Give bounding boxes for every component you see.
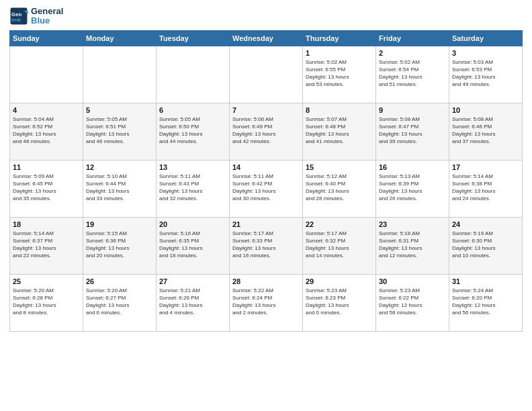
calendar-day-cell: 27Sunrise: 5:21 AM Sunset: 6:26 PM Dayli… bbox=[157, 274, 230, 331]
day-info: Sunrise: 5:11 AM Sunset: 6:42 PM Dayligh… bbox=[232, 173, 300, 203]
day-info: Sunrise: 5:03 AM Sunset: 6:53 PM Dayligh… bbox=[452, 58, 519, 89]
weekday-header-thursday: Thursday bbox=[303, 30, 376, 46]
day-info: Sunrise: 5:20 AM Sunset: 6:28 PM Dayligh… bbox=[13, 287, 80, 317]
day-info: Sunrise: 5:08 AM Sunset: 6:47 PM Dayligh… bbox=[379, 116, 446, 146]
calendar-day-cell: 18Sunrise: 5:14 AM Sunset: 6:37 PM Dayli… bbox=[10, 217, 83, 274]
calendar-day-cell: 1Sunrise: 5:02 AM Sunset: 6:55 PM Daylig… bbox=[303, 46, 376, 103]
day-info: Sunrise: 5:13 AM Sunset: 6:39 PM Dayligh… bbox=[379, 173, 446, 203]
calendar-day-cell: 6Sunrise: 5:05 AM Sunset: 6:50 PM Daylig… bbox=[157, 103, 230, 160]
day-number: 31 bbox=[452, 277, 519, 285]
calendar-day-cell: 21Sunrise: 5:17 AM Sunset: 6:33 PM Dayli… bbox=[230, 217, 303, 274]
calendar-day-cell: 5Sunrise: 5:05 AM Sunset: 6:51 PM Daylig… bbox=[83, 103, 157, 160]
day-info: Sunrise: 5:04 AM Sunset: 6:52 PM Dayligh… bbox=[13, 116, 80, 146]
day-number: 1 bbox=[306, 49, 373, 57]
day-number: 9 bbox=[379, 106, 446, 114]
day-number: 10 bbox=[452, 106, 519, 114]
day-info: Sunrise: 5:15 AM Sunset: 6:36 PM Dayligh… bbox=[86, 230, 153, 260]
weekday-header-friday: Friday bbox=[376, 30, 449, 46]
day-info: Sunrise: 5:02 AM Sunset: 6:54 PM Dayligh… bbox=[379, 58, 446, 89]
calendar-day-cell: 11Sunrise: 5:09 AM Sunset: 6:45 PM Dayli… bbox=[10, 160, 83, 217]
day-number: 17 bbox=[452, 163, 519, 171]
day-info: Sunrise: 5:17 AM Sunset: 6:33 PM Dayligh… bbox=[232, 230, 300, 260]
day-number: 6 bbox=[159, 106, 226, 114]
calendar-day-cell: 15Sunrise: 5:12 AM Sunset: 6:40 PM Dayli… bbox=[303, 160, 376, 217]
calendar-day-cell: 30Sunrise: 5:23 AM Sunset: 6:22 PM Dayli… bbox=[376, 274, 449, 331]
empty-day-cell bbox=[83, 46, 157, 103]
day-number: 3 bbox=[452, 49, 519, 57]
calendar-day-cell: 9Sunrise: 5:08 AM Sunset: 6:47 PM Daylig… bbox=[376, 103, 449, 160]
day-number: 5 bbox=[86, 106, 153, 114]
calendar-day-cell: 20Sunrise: 5:16 AM Sunset: 6:35 PM Dayli… bbox=[157, 217, 230, 274]
calendar-day-cell: 31Sunrise: 5:24 AM Sunset: 6:20 PM Dayli… bbox=[449, 274, 523, 331]
calendar-day-cell: 25Sunrise: 5:20 AM Sunset: 6:28 PM Dayli… bbox=[10, 274, 83, 331]
calendar-day-cell: 14Sunrise: 5:11 AM Sunset: 6:42 PM Dayli… bbox=[230, 160, 303, 217]
logo: Gen eral General Blue bbox=[9, 7, 63, 26]
calendar-table: SundayMondayTuesdayWednesdayThursdayFrid… bbox=[9, 30, 523, 332]
day-number: 14 bbox=[232, 163, 300, 171]
day-info: Sunrise: 5:14 AM Sunset: 6:37 PM Dayligh… bbox=[13, 230, 80, 260]
weekday-header-saturday: Saturday bbox=[449, 30, 523, 46]
day-number: 19 bbox=[86, 220, 153, 228]
calendar-header-row: SundayMondayTuesdayWednesdayThursdayFrid… bbox=[10, 30, 523, 46]
day-info: Sunrise: 5:05 AM Sunset: 6:50 PM Dayligh… bbox=[159, 116, 226, 146]
day-info: Sunrise: 5:22 AM Sunset: 6:24 PM Dayligh… bbox=[232, 287, 300, 317]
day-number: 20 bbox=[159, 220, 226, 228]
weekday-header-monday: Monday bbox=[83, 30, 157, 46]
day-info: Sunrise: 5:05 AM Sunset: 6:51 PM Dayligh… bbox=[86, 116, 153, 146]
calendar-day-cell: 7Sunrise: 5:06 AM Sunset: 6:49 PM Daylig… bbox=[230, 103, 303, 160]
day-number: 26 bbox=[86, 277, 153, 285]
day-info: Sunrise: 5:18 AM Sunset: 6:31 PM Dayligh… bbox=[379, 230, 446, 260]
svg-text:eral: eral bbox=[11, 17, 21, 23]
day-number: 23 bbox=[379, 220, 446, 228]
day-info: Sunrise: 5:23 AM Sunset: 6:23 PM Dayligh… bbox=[306, 287, 373, 317]
day-info: Sunrise: 5:11 AM Sunset: 6:43 PM Dayligh… bbox=[159, 173, 226, 203]
weekday-header-wednesday: Wednesday bbox=[230, 30, 303, 46]
calendar-day-cell: 29Sunrise: 5:23 AM Sunset: 6:23 PM Dayli… bbox=[303, 274, 376, 331]
day-number: 30 bbox=[379, 277, 446, 285]
calendar-day-cell: 17Sunrise: 5:14 AM Sunset: 6:38 PM Dayli… bbox=[449, 160, 523, 217]
day-info: Sunrise: 5:08 AM Sunset: 6:46 PM Dayligh… bbox=[452, 116, 519, 146]
calendar-day-cell: 28Sunrise: 5:22 AM Sunset: 6:24 PM Dayli… bbox=[230, 274, 303, 331]
day-number: 13 bbox=[159, 163, 226, 171]
calendar-day-cell: 3Sunrise: 5:03 AM Sunset: 6:53 PM Daylig… bbox=[449, 46, 523, 103]
day-info: Sunrise: 5:23 AM Sunset: 6:22 PM Dayligh… bbox=[379, 287, 446, 317]
logo-icon: Gen eral bbox=[9, 7, 28, 26]
empty-day-cell bbox=[10, 46, 83, 103]
day-number: 11 bbox=[13, 163, 80, 171]
calendar-day-cell: 8Sunrise: 5:07 AM Sunset: 6:48 PM Daylig… bbox=[303, 103, 376, 160]
calendar-week-row: 11Sunrise: 5:09 AM Sunset: 6:45 PM Dayli… bbox=[10, 160, 523, 217]
logo-blue-text: Blue bbox=[31, 16, 63, 26]
calendar-day-cell: 24Sunrise: 5:19 AM Sunset: 6:30 PM Dayli… bbox=[449, 217, 523, 274]
calendar-week-row: 25Sunrise: 5:20 AM Sunset: 6:28 PM Dayli… bbox=[10, 274, 523, 331]
day-number: 24 bbox=[452, 220, 519, 228]
day-number: 22 bbox=[306, 220, 373, 228]
day-number: 18 bbox=[13, 220, 80, 228]
day-number: 2 bbox=[379, 49, 446, 57]
day-info: Sunrise: 5:12 AM Sunset: 6:40 PM Dayligh… bbox=[306, 173, 373, 203]
calendar-week-row: 1Sunrise: 5:02 AM Sunset: 6:55 PM Daylig… bbox=[10, 46, 523, 103]
day-number: 12 bbox=[86, 163, 153, 171]
day-info: Sunrise: 5:19 AM Sunset: 6:30 PM Dayligh… bbox=[452, 230, 519, 260]
calendar-day-cell: 4Sunrise: 5:04 AM Sunset: 6:52 PM Daylig… bbox=[10, 103, 83, 160]
day-info: Sunrise: 5:10 AM Sunset: 6:44 PM Dayligh… bbox=[86, 173, 153, 203]
calendar-day-cell: 13Sunrise: 5:11 AM Sunset: 6:43 PM Dayli… bbox=[157, 160, 230, 217]
calendar-day-cell: 12Sunrise: 5:10 AM Sunset: 6:44 PM Dayli… bbox=[83, 160, 157, 217]
day-number: 16 bbox=[379, 163, 446, 171]
day-number: 4 bbox=[13, 106, 80, 114]
calendar-day-cell: 22Sunrise: 5:17 AM Sunset: 6:32 PM Dayli… bbox=[303, 217, 376, 274]
calendar-day-cell: 26Sunrise: 5:20 AM Sunset: 6:27 PM Dayli… bbox=[83, 274, 157, 331]
calendar-day-cell: 2Sunrise: 5:02 AM Sunset: 6:54 PM Daylig… bbox=[376, 46, 449, 103]
day-info: Sunrise: 5:16 AM Sunset: 6:35 PM Dayligh… bbox=[159, 230, 226, 260]
day-number: 27 bbox=[159, 277, 226, 285]
day-info: Sunrise: 5:20 AM Sunset: 6:27 PM Dayligh… bbox=[86, 287, 153, 317]
day-number: 15 bbox=[306, 163, 373, 171]
logo-text: General bbox=[31, 7, 63, 16]
day-info: Sunrise: 5:02 AM Sunset: 6:55 PM Dayligh… bbox=[306, 58, 373, 89]
calendar-week-row: 18Sunrise: 5:14 AM Sunset: 6:37 PM Dayli… bbox=[10, 217, 523, 274]
calendar-week-row: 4Sunrise: 5:04 AM Sunset: 6:52 PM Daylig… bbox=[10, 103, 523, 160]
empty-day-cell bbox=[157, 46, 230, 103]
day-info: Sunrise: 5:21 AM Sunset: 6:26 PM Dayligh… bbox=[159, 287, 226, 317]
weekday-header-sunday: Sunday bbox=[10, 30, 83, 46]
day-info: Sunrise: 5:06 AM Sunset: 6:49 PM Dayligh… bbox=[232, 116, 300, 146]
day-number: 8 bbox=[306, 106, 373, 114]
